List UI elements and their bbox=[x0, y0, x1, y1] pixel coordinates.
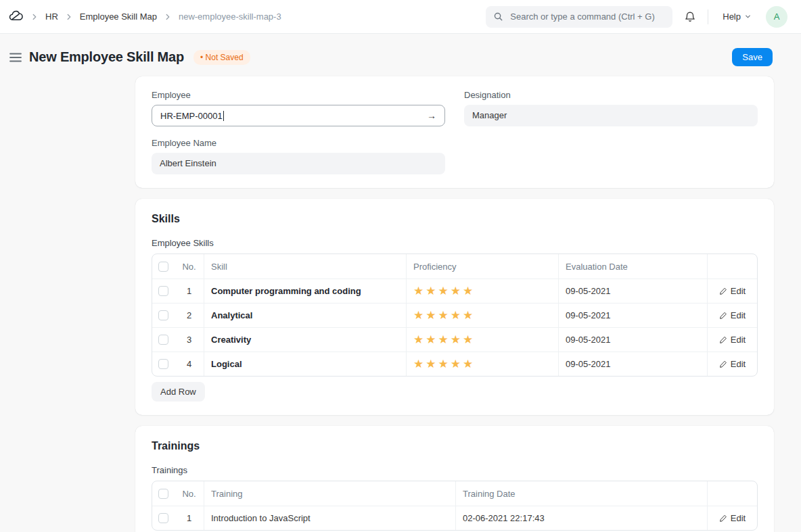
user-avatar[interactable]: A bbox=[766, 6, 787, 28]
row-number: 3 bbox=[175, 328, 204, 352]
edit-row-button[interactable]: Edit bbox=[715, 512, 750, 524]
skills-table-header: No. Skill Proficiency Evaluation Date bbox=[152, 254, 757, 279]
employee-label: Employee bbox=[152, 90, 445, 100]
status-badge: • Not Saved bbox=[193, 50, 250, 65]
breadcrumb: HR Employee Skill Map new-employee-skill… bbox=[8, 9, 281, 24]
edit-label: Edit bbox=[731, 286, 746, 296]
col-header-skill: Skill bbox=[204, 254, 406, 279]
employee-name-field-group: Employee Name Albert Einstein bbox=[152, 138, 445, 174]
evaluation-date-cell[interactable]: 09-05-2021 bbox=[558, 279, 707, 303]
designation-field-group: Designation Manager bbox=[464, 90, 758, 126]
trainings-field-label: Trainings bbox=[152, 465, 758, 475]
sidebar-toggle-icon[interactable] bbox=[7, 50, 24, 65]
search-input[interactable] bbox=[509, 11, 665, 22]
select-all-checkbox[interactable] bbox=[158, 262, 168, 272]
chevron-right-icon bbox=[163, 12, 173, 22]
evaluation-date-cell[interactable]: 09-05-2021 bbox=[558, 352, 707, 376]
employee-field-group: Employee HR-EMP-00001 → bbox=[152, 90, 445, 126]
star-rating[interactable]: ★★★★★ bbox=[413, 334, 475, 345]
evaluation-date-cell[interactable]: 09-05-2021 bbox=[558, 328, 707, 352]
help-menu-button[interactable]: Help bbox=[718, 11, 756, 22]
save-button[interactable]: Save bbox=[732, 48, 773, 66]
open-link-arrow-icon[interactable]: → bbox=[427, 110, 436, 121]
designation-value: Manager bbox=[464, 105, 758, 126]
select-all-checkbox[interactable] bbox=[158, 489, 168, 499]
trainings-card: Trainings Trainings No. Training Trainin… bbox=[135, 426, 774, 532]
row-checkbox[interactable] bbox=[158, 513, 168, 523]
edit-row-button[interactable]: Edit bbox=[715, 358, 750, 370]
edit-row-button[interactable]: Edit bbox=[715, 285, 750, 297]
employee-input[interactable]: HR-EMP-00001 → bbox=[152, 105, 445, 126]
breadcrumb-hr[interactable]: HR bbox=[45, 11, 58, 22]
global-search[interactable] bbox=[486, 6, 672, 28]
col-header-no: No. bbox=[175, 481, 204, 506]
star-rating[interactable]: ★★★★★ bbox=[413, 285, 475, 297]
table-row: 3 Creativity ★★★★★ 09-05-2021 Edit bbox=[152, 327, 757, 352]
skill-cell[interactable]: Logical bbox=[204, 352, 406, 376]
page-title: New Employee Skill Map bbox=[29, 49, 184, 65]
row-number: 4 bbox=[175, 352, 204, 376]
skill-cell[interactable]: Analytical bbox=[204, 304, 406, 327]
col-header-training: Training bbox=[204, 481, 455, 506]
col-header-evaluation-date: Evaluation Date bbox=[558, 254, 707, 279]
row-checkbox[interactable] bbox=[158, 310, 168, 320]
star-rating[interactable]: ★★★★★ bbox=[413, 358, 475, 370]
avatar-letter: A bbox=[774, 11, 780, 22]
table-row: 1 Introduction to JavaScript 02-06-2021 … bbox=[152, 506, 757, 530]
row-number: 1 bbox=[175, 279, 204, 303]
edit-label: Edit bbox=[731, 359, 746, 369]
chevron-right-icon bbox=[64, 12, 74, 22]
pencil-icon bbox=[719, 336, 727, 344]
edit-label: Edit bbox=[731, 513, 746, 523]
training-cell[interactable]: Introduction to JavaScript bbox=[204, 506, 455, 530]
employee-details-card: Employee HR-EMP-00001 → Designation Mana… bbox=[135, 76, 774, 188]
row-checkbox[interactable] bbox=[158, 286, 168, 296]
chevron-down-icon bbox=[744, 13, 752, 20]
breadcrumb-employee-skill-map[interactable]: Employee Skill Map bbox=[80, 11, 157, 22]
navbar-divider bbox=[708, 9, 708, 24]
designation-label: Designation bbox=[464, 90, 758, 100]
edit-label: Edit bbox=[731, 335, 746, 345]
notifications-bell-button[interactable] bbox=[683, 9, 697, 24]
row-number: 1 bbox=[175, 506, 204, 530]
skills-section-title: Skills bbox=[152, 213, 758, 225]
navbar-actions: Help A bbox=[486, 6, 787, 28]
row-checkbox[interactable] bbox=[158, 335, 168, 345]
evaluation-date-cell[interactable]: 09-05-2021 bbox=[558, 304, 707, 327]
skills-table: No. Skill Proficiency Evaluation Date 1 … bbox=[152, 253, 758, 377]
star-rating[interactable]: ★★★★★ bbox=[413, 310, 475, 321]
pencil-icon bbox=[719, 312, 727, 320]
top-navbar: HR Employee Skill Map new-employee-skill… bbox=[0, 0, 801, 34]
table-row: 2 Analytical ★★★★★ 09-05-2021 Edit bbox=[152, 303, 757, 327]
row-checkbox[interactable] bbox=[158, 359, 168, 369]
trainings-table: No. Training Training Date 1 Introductio… bbox=[152, 481, 758, 531]
app-logo-icon[interactable] bbox=[8, 9, 24, 24]
edit-row-button[interactable]: Edit bbox=[715, 310, 750, 321]
page-header: New Employee Skill Map • Not Saved Save bbox=[0, 34, 801, 76]
pencil-icon bbox=[719, 287, 727, 295]
breadcrumb-current-doc: new-employee-skill-map-3 bbox=[179, 11, 281, 22]
employee-skills-field-label: Employee Skills bbox=[152, 238, 758, 248]
pencil-icon bbox=[719, 514, 727, 523]
col-header-proficiency: Proficiency bbox=[406, 254, 558, 279]
pencil-icon bbox=[719, 360, 727, 368]
search-icon bbox=[493, 11, 503, 22]
trainings-section-title: Trainings bbox=[152, 440, 758, 452]
text-caret bbox=[223, 111, 225, 121]
skill-cell[interactable]: Creativity bbox=[204, 328, 406, 352]
employee-name-value: Albert Einstein bbox=[152, 153, 445, 174]
table-row: 4 Logical ★★★★★ 09-05-2021 Edit bbox=[152, 352, 757, 376]
help-label: Help bbox=[723, 11, 741, 22]
trainings-table-header: No. Training Training Date bbox=[152, 481, 757, 506]
training-date-cell[interactable]: 02-06-2021 22:17:43 bbox=[455, 506, 707, 530]
skill-cell[interactable]: Computer programming and coding bbox=[204, 279, 406, 303]
edit-label: Edit bbox=[731, 310, 746, 320]
skills-card: Skills Employee Skills No. Skill Profici… bbox=[135, 199, 774, 415]
employee-value: HR-EMP-00001 bbox=[160, 111, 223, 121]
chevron-right-icon bbox=[30, 12, 39, 22]
add-row-button[interactable]: Add Row bbox=[152, 382, 205, 402]
employee-name-label: Employee Name bbox=[152, 138, 445, 148]
edit-row-button[interactable]: Edit bbox=[715, 334, 750, 345]
col-header-training-date: Training Date bbox=[455, 481, 707, 506]
col-header-no: No. bbox=[175, 254, 204, 279]
